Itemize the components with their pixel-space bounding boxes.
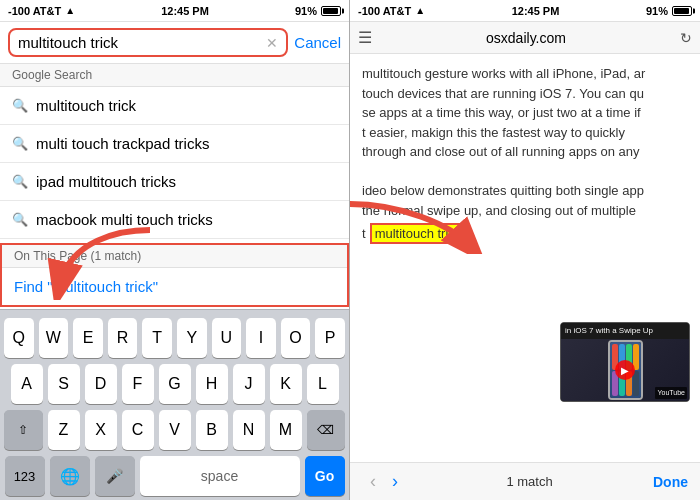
key-r[interactable]: R	[108, 318, 138, 358]
list-item[interactable]: 🔍 multitouch trick	[0, 87, 349, 125]
keyboard-row-2: A S D F G H J K L	[4, 364, 345, 404]
highlight-word: multitouch trick	[370, 223, 467, 244]
left-status-bar: -100 AT&T ▲ 12:45 PM 91%	[0, 0, 349, 22]
status-left: -100 AT&T ▲	[8, 5, 75, 17]
right-status-right: 91%	[646, 5, 692, 17]
browser-menu-button[interactable]: ☰	[358, 28, 372, 47]
search-icon: 🔍	[12, 98, 28, 113]
cancel-button[interactable]: Cancel	[294, 34, 341, 51]
delete-key[interactable]: ⌫	[307, 410, 346, 450]
search-bar: multitouch trick ✕ Cancel	[0, 22, 349, 64]
suggestion-header: Google Search	[0, 64, 349, 87]
content-line-7: the normal swipe up, and closing out of …	[362, 201, 688, 221]
key-j[interactable]: J	[233, 364, 265, 404]
key-e[interactable]: E	[73, 318, 103, 358]
video-top-bar: in iOS 7 with a Swipe Up	[561, 323, 689, 339]
done-button[interactable]: Done	[653, 474, 688, 490]
suggestion-text: multi touch trackpad tricks	[36, 135, 209, 152]
match-count: 1 match	[406, 474, 653, 489]
time-label: 12:45 PM	[161, 5, 209, 17]
keyboard-row-1: Q W E R T Y U I O P	[4, 318, 345, 358]
content-line-3: se apps at a time this way, or just two …	[362, 103, 688, 123]
key-b[interactable]: B	[196, 410, 228, 450]
list-item[interactable]: 🔍 macbook multi touch tricks	[0, 201, 349, 239]
search-input-wrapper[interactable]: multitouch trick ✕	[8, 28, 288, 57]
back-button[interactable]: ‹	[362, 471, 384, 492]
battery-percent: 91%	[295, 5, 317, 17]
key-t[interactable]: T	[142, 318, 172, 358]
list-item[interactable]: 🔍 multi touch trackpad tricks	[0, 125, 349, 163]
key-y[interactable]: Y	[177, 318, 207, 358]
numbers-key[interactable]: 123	[5, 456, 45, 496]
youtube-label: YouTube	[655, 387, 687, 400]
globe-key[interactable]: 🌐	[50, 456, 90, 496]
key-s[interactable]: S	[48, 364, 80, 404]
keyboard-row-3: ⇧ Z X C V B N M ⌫	[4, 410, 345, 450]
right-carrier: -100 AT&T	[358, 5, 411, 17]
video-screen[interactable]: ▶ YouTube	[561, 339, 689, 401]
left-phone: -100 AT&T ▲ 12:45 PM 91% multitouch tric…	[0, 0, 350, 500]
key-h[interactable]: H	[196, 364, 228, 404]
content-line-4: t easier, makign this the fastest way to…	[362, 123, 688, 143]
suggestions-panel: Google Search 🔍 multitouch trick 🔍 multi…	[0, 64, 349, 309]
content-line-highlight: tmultitouch trick	[362, 224, 688, 244]
right-status-left: -100 AT&T ▲	[358, 5, 425, 17]
key-x[interactable]: X	[85, 410, 117, 450]
video-top-label: in iOS 7 with a Swipe Up	[565, 325, 653, 337]
content-line-1: multitouch gesture works with all iPhone…	[362, 64, 688, 84]
search-icon: 🔍	[12, 212, 28, 227]
key-d[interactable]: D	[85, 364, 117, 404]
right-time: 12:45 PM	[512, 5, 560, 17]
key-a[interactable]: A	[11, 364, 43, 404]
key-n[interactable]: N	[233, 410, 265, 450]
key-p[interactable]: P	[315, 318, 345, 358]
key-v[interactable]: V	[159, 410, 191, 450]
search-input[interactable]: multitouch trick	[18, 34, 262, 51]
on-this-page-section: On This Page (1 match) Find "multitouch …	[0, 243, 349, 307]
clear-icon[interactable]: ✕	[266, 35, 278, 51]
key-w[interactable]: W	[39, 318, 69, 358]
battery-icon	[321, 6, 341, 16]
space-key[interactable]: space	[140, 456, 300, 496]
browser-toolbar: ☰ osxdaily.com ↻	[350, 22, 700, 54]
key-o[interactable]: O	[281, 318, 311, 358]
key-g[interactable]: G	[159, 364, 191, 404]
video-preview: in iOS 7 with a Swipe Up ▶	[560, 322, 690, 402]
suggestion-text: macbook multi touch tricks	[36, 211, 213, 228]
suggestion-text: multitouch trick	[36, 97, 136, 114]
find-on-page-button[interactable]: Find "multitouch trick"	[2, 268, 347, 305]
keyboard-bottom-row: 123 🌐 🎤 space Go	[4, 456, 345, 496]
search-icon: 🔍	[12, 136, 28, 151]
browser-bottom-nav: ‹ › 1 match Done	[350, 462, 700, 500]
right-battery-pct: 91%	[646, 5, 668, 17]
key-k[interactable]: K	[270, 364, 302, 404]
suggestion-text: ipad multitouch tricks	[36, 173, 176, 190]
key-m[interactable]: M	[270, 410, 302, 450]
key-z[interactable]: Z	[48, 410, 80, 450]
on-this-page-header: On This Page (1 match)	[2, 245, 347, 268]
key-q[interactable]: Q	[4, 318, 34, 358]
content-line-2: touch devices that are running iOS 7. Yo…	[362, 84, 688, 104]
play-button[interactable]: ▶	[615, 360, 635, 380]
list-item[interactable]: 🔍 ipad multitouch tricks	[0, 163, 349, 201]
key-l[interactable]: L	[307, 364, 339, 404]
mic-key[interactable]: 🎤	[95, 456, 135, 496]
browser-url-bar[interactable]: osxdaily.com	[380, 30, 672, 46]
content-line-6: ideo below demonstrates quitting both si…	[362, 181, 688, 201]
key-f[interactable]: F	[122, 364, 154, 404]
wifi-icon: ▲	[65, 5, 75, 16]
forward-button[interactable]: ›	[384, 471, 406, 492]
search-icon: 🔍	[12, 174, 28, 189]
refresh-button[interactable]: ↻	[680, 30, 692, 46]
right-battery-icon	[672, 6, 692, 16]
content-line-5: through and close out of all running app…	[362, 142, 688, 162]
shift-key[interactable]: ⇧	[4, 410, 43, 450]
key-u[interactable]: U	[212, 318, 242, 358]
right-phone: -100 AT&T ▲ 12:45 PM 91% ☰ osxdaily.com …	[350, 0, 700, 500]
right-status-bar: -100 AT&T ▲ 12:45 PM 91%	[350, 0, 700, 22]
browser-content: multitouch gesture works with all iPhone…	[350, 54, 700, 462]
go-key[interactable]: Go	[305, 456, 345, 496]
key-i[interactable]: I	[246, 318, 276, 358]
right-wifi-icon: ▲	[415, 5, 425, 16]
key-c[interactable]: C	[122, 410, 154, 450]
